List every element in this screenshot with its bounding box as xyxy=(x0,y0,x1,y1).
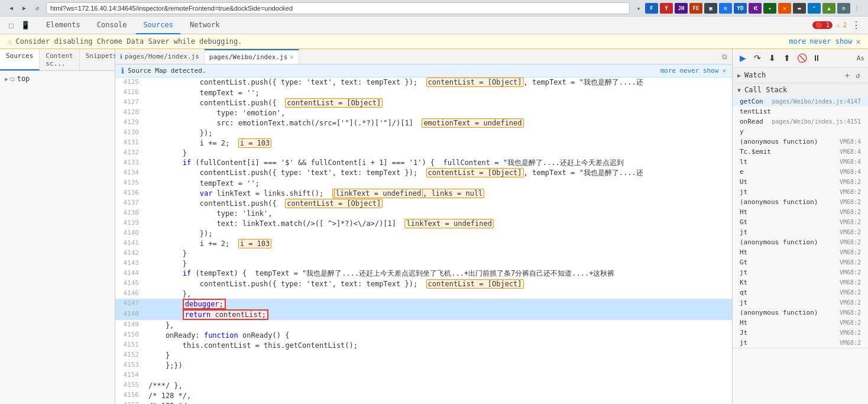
callstack-item[interactable]: eVM68:4 xyxy=(733,167,868,177)
line-content: };}) xyxy=(145,360,732,370)
callstack-item[interactable]: Tc.$emitVM68:4 xyxy=(733,147,868,157)
line-number: 4149 xyxy=(115,320,145,330)
ext-icon-10[interactable]: ✕ xyxy=(778,3,791,14)
line-content: if (tempText) { tempText = "我也是醉了....还赶上… xyxy=(145,269,732,279)
file-tab-home-index[interactable]: ℹ pages/Home/index.js xyxy=(115,49,205,64)
ext-icon-1[interactable]: F xyxy=(645,3,658,14)
file-tab-weibo-index[interactable]: pages/Weibo/index.js ✕ xyxy=(205,49,299,64)
pause-on-exception-btn[interactable]: ⏸ xyxy=(810,51,823,64)
line-content: if (fullContent[i] === '$' && fullConten… xyxy=(145,158,732,168)
line-content xyxy=(145,370,732,380)
ext-icon-14[interactable]: ⚙ xyxy=(837,3,850,14)
sidebar-tab-sources[interactable]: Sources xyxy=(0,49,40,70)
code-editor[interactable]: 4125 contentList.push({ type: 'text', te… xyxy=(115,77,732,404)
callstack-function-name: jt xyxy=(740,299,840,306)
warning-never-show-link[interactable]: never show xyxy=(809,37,852,46)
sourcemap-more-link[interactable]: more xyxy=(660,67,676,75)
ext-icon-9[interactable]: ✦ xyxy=(763,3,776,14)
ext-icon-6[interactable]: ⚙ xyxy=(719,3,732,14)
callstack-section-header[interactable]: ▼ Call Stack xyxy=(733,83,868,96)
ext-icon-8[interactable]: ⑆ xyxy=(749,3,762,14)
callstack-item[interactable]: ltVM68:4 xyxy=(733,157,868,167)
line-number: 4127 xyxy=(115,98,145,108)
ext-icon-11[interactable]: ▬ xyxy=(793,3,806,14)
callstack-item[interactable]: JtVM68:2 xyxy=(733,328,868,338)
sidebar-tabs: Sources Content sc... Snippets ⋮ xyxy=(0,49,115,71)
callstack-function-name: Kt xyxy=(740,279,840,286)
deactivate-btn[interactable]: 🚫 xyxy=(795,51,808,64)
tab-elements[interactable]: Elements xyxy=(39,17,88,34)
callstack-item[interactable]: GtVM68:2 xyxy=(733,257,868,267)
menu-icon[interactable]: ⋮ xyxy=(850,2,863,15)
callstack-item[interactable]: y xyxy=(733,127,868,137)
step-out-btn[interactable]: ⬆ xyxy=(780,51,793,64)
callstack-item[interactable]: (anonymous function)VM68:2 xyxy=(733,197,868,207)
step-over-btn[interactable]: ↷ xyxy=(751,51,764,64)
tab-network[interactable]: Network xyxy=(183,17,227,34)
devtools-body: Sources Content sc... Snippets ⋮ ▶ ☐ top… xyxy=(0,49,868,404)
ext-icon-2[interactable]: Y xyxy=(660,3,673,14)
as-label: As xyxy=(857,54,864,62)
table-row: 4143 } xyxy=(115,258,732,269)
warning-close-btn[interactable]: ✕ xyxy=(856,37,861,46)
ext-icon-7[interactable]: YD xyxy=(734,3,747,14)
callstack-item[interactable]: (anonymous function)VM68:4 xyxy=(733,137,868,147)
sourcemap-never-show-link[interactable]: never show xyxy=(679,67,718,75)
callstack-item[interactable]: (anonymous function)VM68:2 xyxy=(733,308,868,318)
table-row: 4156/* 128 */, xyxy=(115,390,732,400)
ext-icon-12[interactable]: ⌃ xyxy=(808,3,821,14)
sourcemap-close-btn[interactable]: ✕ xyxy=(722,67,726,75)
devtools-more-menu[interactable]: ⋮ xyxy=(849,20,863,31)
ext-icon-5[interactable]: ▣ xyxy=(704,3,717,14)
callstack-file-location: VM68:2 xyxy=(840,309,861,316)
sidebar-tab-content-sc[interactable]: Content sc... xyxy=(40,49,79,70)
callstack-item[interactable]: HtVM68:2 xyxy=(733,247,868,257)
callstack-item[interactable]: jtVM68:2 xyxy=(733,338,868,348)
bookmark-icon[interactable]: ★ xyxy=(632,2,645,15)
tab-split-icon[interactable]: ⧉ xyxy=(719,51,730,62)
callstack-function-name: tentList xyxy=(740,108,861,115)
callstack-item[interactable]: jtVM68:2 xyxy=(733,298,868,308)
forward-icon[interactable]: ▶ xyxy=(18,2,31,15)
resume-btn[interactable]: ▶ xyxy=(736,51,749,64)
table-row: 4132 } xyxy=(115,148,732,158)
line-content: /* 128 */, xyxy=(145,390,732,400)
callstack-item[interactable]: KtVM68:2 xyxy=(733,277,868,287)
callstack-item[interactable]: HtVM68:2 xyxy=(733,318,868,328)
callstack-file-location: VM68:2 xyxy=(840,279,861,286)
callstack-function-name: e xyxy=(740,168,840,176)
callstack-item[interactable]: jtVM68:2 xyxy=(733,187,868,197)
callstack-item[interactable]: GtVM68:2 xyxy=(733,217,868,227)
ext-icon-4[interactable]: FE xyxy=(689,3,702,14)
warning-more-link[interactable]: more xyxy=(789,37,806,46)
callstack-item[interactable]: jtVM68:2 xyxy=(733,267,868,277)
back-icon[interactable]: ◀ xyxy=(5,2,18,15)
ext-icon-3[interactable]: JH xyxy=(675,3,688,14)
callstack-item[interactable]: UtVM68:2 xyxy=(733,177,868,187)
step-into-btn[interactable]: ⬇ xyxy=(766,51,779,64)
cursor-icon[interactable]: ⬚ xyxy=(5,19,18,32)
callstack-item[interactable]: jtVM68:2 xyxy=(733,227,868,237)
tab-sources[interactable]: Sources xyxy=(136,17,180,34)
watch-refresh-btn[interactable]: ↺ xyxy=(853,70,863,80)
callstack-item[interactable]: HtVM68:2 xyxy=(733,207,868,217)
callstack-item[interactable]: onReadpages/Weibo/index.js:4151 xyxy=(733,117,868,127)
ext-icon-13[interactable]: ▲ xyxy=(822,3,835,14)
file-tabs: ℹ pages/Home/index.js pages/Weibo/index.… xyxy=(115,49,732,64)
callstack-file-location: VM68:2 xyxy=(840,319,861,326)
reload-icon[interactable]: ↺ xyxy=(31,2,44,15)
table-row: 4150 onReady: function onReady() { xyxy=(115,330,732,340)
line-content: }); xyxy=(145,228,732,238)
tab-console[interactable]: Console xyxy=(90,17,134,34)
file-tab-close-1[interactable]: ✕ xyxy=(290,53,294,61)
url-bar[interactable] xyxy=(46,2,630,14)
sidebar-tree-item-top[interactable]: ▶ ☐ top xyxy=(0,73,115,84)
device-icon[interactable]: 📱 xyxy=(19,19,32,32)
callstack-item[interactable]: (anonymous function)VM68:2 xyxy=(733,237,868,247)
callstack-item[interactable]: getConpages/Weibo/index.js:4147 xyxy=(733,96,868,106)
callstack-item[interactable]: tentList xyxy=(733,106,868,117)
table-row: 4137 contentList.push({ contentList = [O… xyxy=(115,198,732,208)
callstack-item[interactable]: qtVM68:2 xyxy=(733,287,868,298)
watch-section-header[interactable]: ▶ Watch + ↺ xyxy=(733,67,868,83)
watch-add-btn[interactable]: + xyxy=(842,70,853,80)
